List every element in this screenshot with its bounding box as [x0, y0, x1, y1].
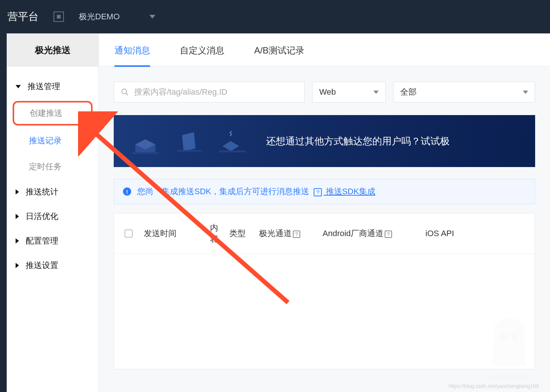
svg-point-9	[500, 333, 507, 340]
app-selector[interactable]: 极光DEMO	[79, 11, 155, 22]
chevron-right-icon	[16, 263, 19, 268]
select-value: Web	[319, 87, 336, 97]
col-type[interactable]: 类型	[229, 228, 248, 239]
sidebar-group-push-manage[interactable]: 推送管理	[7, 74, 98, 99]
svg-marker-7	[223, 141, 239, 151]
sidebar-group-label: 日活优化	[26, 211, 58, 222]
info-icon: !	[123, 187, 131, 196]
alert-text: 您尚未集成推送SDK，集成后方可进行消息推送 ? 推送SDK集成	[137, 186, 375, 197]
empty-illustration-icon	[479, 310, 539, 381]
sidebar: 极光推送 推送管理 创建推送 推送记录 定时任务 推送统计 日活优化	[7, 33, 99, 392]
main-content: 通知消息 自定义消息 A/B测试记录 搜索内容/tag/alias/Reg.ID…	[99, 33, 550, 392]
sidebar-item-scheduled[interactable]: 定时任务	[7, 154, 98, 180]
sidebar-group-settings[interactable]: 推送设置	[7, 253, 98, 278]
select-all-checkbox[interactable]	[124, 229, 133, 238]
platform-title: 营平台	[7, 10, 39, 24]
sidebar-group-label: 配置管理	[26, 235, 58, 246]
chevron-down-icon	[16, 85, 21, 88]
app-name: 极光DEMO	[79, 11, 120, 22]
filter-row: 搜索内容/tag/alias/Reg.ID Web 全部	[114, 82, 535, 102]
sdk-link[interactable]: 推送SDK集成	[323, 187, 375, 196]
select-value: 全部	[400, 86, 417, 98]
sidebar-item-push-records[interactable]: 推送记录	[7, 128, 98, 154]
topbar: 营平台 极光DEMO	[0, 0, 550, 33]
tab-ab-test[interactable]: A/B测试记录	[254, 33, 304, 66]
watermark: https://blog.csdn.net/yaochengliang169	[449, 383, 539, 389]
banner-text: 还想通过其他方式触达您的用户吗？试试极	[266, 135, 450, 148]
col-ios[interactable]: iOS API	[426, 229, 454, 238]
chevron-down-icon	[149, 15, 155, 19]
tabs: 通知消息 自定义消息 A/B测试记录	[99, 33, 550, 67]
chevron-down-icon	[373, 91, 379, 94]
sidebar-item-create-push[interactable]: 创建推送	[13, 101, 93, 125]
sidebar-group-label: 推送管理	[28, 81, 60, 92]
chevron-right-icon	[16, 189, 19, 195]
search-input[interactable]: 搜索内容/tag/alias/Reg.ID	[114, 82, 305, 102]
left-rail-stub	[0, 33, 7, 392]
sidebar-group-label: 推送统计	[26, 186, 58, 197]
app-switcher-icon[interactable]	[54, 12, 64, 22]
svg-point-10	[511, 333, 518, 340]
tab-custom-message[interactable]: 自定义消息	[180, 33, 224, 66]
status-select[interactable]: 全部	[393, 82, 535, 102]
col-send-time[interactable]: 发送时间	[144, 228, 192, 239]
svg-marker-5	[182, 132, 195, 151]
help-icon[interactable]: ?	[385, 231, 392, 238]
sidebar-sub-label: 推送记录	[29, 136, 62, 145]
records-table: 发送时间 内容 类型 极光通道? Android厂商通道? iOS API	[114, 213, 535, 369]
platform-select[interactable]: Web	[312, 82, 386, 102]
help-icon: ?	[314, 188, 322, 196]
sidebar-sub-label: 定时任务	[29, 162, 62, 171]
sidebar-title: 极光推送	[7, 33, 98, 67]
search-icon	[121, 88, 129, 96]
envelope-icon	[129, 124, 162, 158]
table-header: 发送时间 内容 类型 极光通道? Android厂商通道? iOS API	[114, 213, 535, 254]
chevron-right-icon	[16, 238, 19, 244]
sidebar-group-push-stats[interactable]: 推送统计	[7, 180, 98, 204]
svg-point-11	[489, 374, 530, 380]
promo-banner[interactable]: 还想通过其他方式触达您的用户吗？试试极	[114, 115, 535, 167]
sidebar-group-dau[interactable]: 日活优化	[7, 204, 98, 229]
table-empty-body	[114, 254, 535, 369]
chevron-right-icon	[16, 214, 19, 219]
sdk-alert: ! 您尚未集成推送SDK，集成后方可进行消息推送 ? 推送SDK集成	[114, 179, 535, 204]
sidebar-group-config[interactable]: 配置管理	[7, 229, 98, 253]
col-android-channel[interactable]: Android厂商通道?	[323, 228, 392, 239]
col-content[interactable]: 内容	[203, 222, 218, 245]
svg-rect-8	[219, 150, 246, 152]
sidebar-sub-label: 创建推送	[30, 108, 62, 118]
svg-line-1	[126, 93, 128, 95]
sidebar-group-label: 推送设置	[26, 260, 58, 271]
svg-rect-4	[132, 152, 159, 154]
cloud-icon	[214, 124, 248, 158]
svg-rect-6	[178, 150, 201, 152]
phone-icon	[173, 124, 203, 158]
col-jg-channel[interactable]: 极光通道?	[259, 228, 300, 239]
chevron-down-icon	[523, 91, 528, 94]
svg-point-0	[122, 89, 127, 94]
search-placeholder: 搜索内容/tag/alias/Reg.ID	[134, 86, 227, 98]
help-icon[interactable]: ?	[293, 231, 300, 238]
tab-notification[interactable]: 通知消息	[114, 33, 150, 66]
